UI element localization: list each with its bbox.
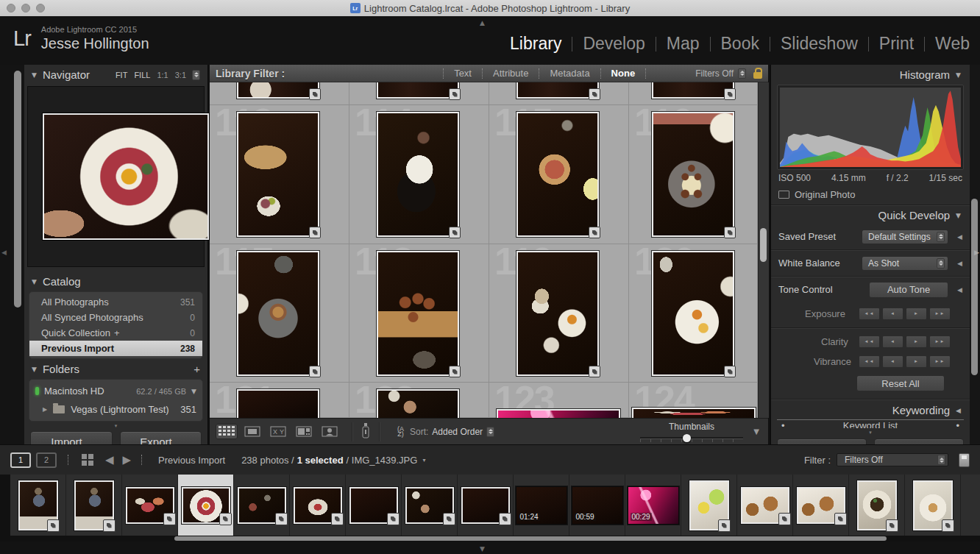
exposure-large-decrease-button[interactable]: ◄◄: [859, 308, 880, 320]
second-window-button[interactable]: 2: [36, 452, 57, 468]
close-window-button[interactable]: [7, 4, 15, 13]
catalog-quick-collection[interactable]: Quick Collection + 0: [29, 325, 202, 341]
catalog-previous-import[interactable]: Previous Import 238: [29, 341, 202, 356]
vibrance-large-decrease-button[interactable]: ◄◄: [859, 355, 880, 368]
grid-cell-120[interactable]: 120: [629, 244, 758, 383]
clarity-decrease-button[interactable]: ◄: [882, 335, 903, 348]
vibrance-decrease-button[interactable]: ◄: [882, 355, 903, 368]
filmstrip-thumb[interactable]: [346, 475, 402, 536]
filter-tab-attribute[interactable]: Attribute: [493, 68, 528, 79]
grid-cell-117[interactable]: 117: [210, 244, 349, 383]
navigator-preview[interactable]: [27, 86, 205, 267]
collapse-left-panel-arrow[interactable]: ◀: [1, 249, 7, 256]
exposure-large-increase-button[interactable]: ►►: [929, 308, 951, 320]
metadata-badge-icon[interactable]: [886, 519, 898, 532]
metadata-badge-icon[interactable]: [499, 513, 511, 525]
zoom-fit-button[interactable]: FIT: [116, 71, 128, 79]
filmstrip-thumb-video[interactable]: 00:59: [569, 475, 625, 536]
filmstrip-thumb[interactable]: [793, 475, 849, 536]
exposure-increase-button[interactable]: ►: [906, 308, 927, 320]
filmstrip-thumb[interactable]: [290, 475, 346, 536]
saved-preset-dropdown[interactable]: Default Settings: [862, 230, 948, 244]
filmstrip-scrollbar-thumb[interactable]: [174, 536, 887, 541]
folders-header[interactable]: ▼ Folders +: [24, 359, 207, 379]
sort-spinner[interactable]: [486, 427, 494, 437]
dropdown-spinner[interactable]: [937, 455, 945, 465]
metadata-badge-icon[interactable]: [724, 227, 736, 238]
filmstrip-thumb[interactable]: [10, 475, 66, 536]
zoom-window-button[interactable]: [36, 4, 45, 13]
module-library[interactable]: Library: [510, 34, 561, 54]
filter-tab-metadata[interactable]: Metadata: [550, 68, 589, 79]
keywording-header[interactable]: Keywording ◀: [771, 401, 970, 419]
filmstrip-filter-switch-icon[interactable]: [959, 453, 970, 467]
filter-preset-spinner[interactable]: [738, 68, 746, 79]
grid-cell-114[interactable]: 114: [349, 105, 489, 244]
module-develop[interactable]: Develop: [583, 34, 645, 54]
filmstrip-thumb-selected[interactable]: [178, 475, 234, 536]
zoom-3-1-button[interactable]: 3:1: [175, 71, 186, 79]
slider-knob[interactable]: [683, 434, 691, 442]
next-photo-arrow[interactable]: ▶: [123, 453, 132, 466]
toolbar-options-dropdown-icon[interactable]: ▼: [753, 427, 759, 436]
clarity-large-increase-button[interactable]: ►►: [929, 335, 951, 348]
metadata-badge-icon[interactable]: [724, 88, 736, 100]
reset-all-button[interactable]: Reset All: [856, 375, 945, 391]
quick-develop-header[interactable]: Quick Develop ▼: [771, 205, 970, 225]
metadata-badge-icon[interactable]: [724, 366, 736, 377]
module-map[interactable]: Map: [667, 34, 700, 54]
collapse-top-panel-arrow[interactable]: ▲: [480, 19, 485, 26]
go-to-grid-icon[interactable]: [82, 454, 93, 466]
metadata-badge-icon[interactable]: [387, 513, 400, 525]
main-window-button[interactable]: 1: [10, 452, 31, 468]
metadata-badge-icon[interactable]: [449, 227, 461, 238]
clarity-large-decrease-button[interactable]: ◄◄: [859, 335, 880, 348]
volume-disclosure-icon[interactable]: ▼: [191, 388, 196, 395]
grid-scrollbar-thumb[interactable]: [760, 228, 767, 262]
filter-preset-value[interactable]: Filters Off: [695, 68, 734, 79]
collapse-bottom-panel-arrow[interactable]: ▼: [480, 545, 485, 553]
thumbnail-size-slider[interactable]: [640, 433, 743, 442]
grid-cell-122[interactable]: 122: [349, 383, 489, 418]
zoom-fill-button[interactable]: FILL: [134, 71, 150, 79]
filmstrip-source-label[interactable]: Previous Import: [158, 455, 225, 466]
metadata-badge-icon[interactable]: [47, 519, 60, 532]
filmstrip-thumb[interactable]: [458, 475, 514, 536]
grid-cell-119[interactable]: 119: [489, 244, 629, 383]
module-print[interactable]: Print: [879, 34, 914, 54]
metadata-badge-icon[interactable]: [449, 88, 461, 100]
filter-tab-none[interactable]: None: [611, 68, 636, 79]
vibrance-large-increase-button[interactable]: ►►: [929, 355, 951, 368]
zoom-1-1-button[interactable]: 1:1: [157, 71, 168, 79]
filmstrip-thumb[interactable]: [234, 475, 290, 536]
filmstrip-scrollbar-track[interactable]: [10, 536, 980, 541]
minimize-window-button[interactable]: [21, 4, 30, 13]
auto-tone-button[interactable]: Auto Tone: [869, 282, 948, 298]
filmstrip-status[interactable]: 238 photos / 1 selected / IMG_1439.JPG ▾: [241, 455, 425, 466]
metadata-badge-icon[interactable]: [718, 519, 731, 532]
metadata-badge-icon[interactable]: [103, 519, 116, 532]
filmstrip-thumb[interactable]: [905, 475, 961, 536]
metadata-badge-icon[interactable]: [443, 513, 455, 525]
grid-cell-115[interactable]: 115: [489, 105, 629, 244]
left-panel-scrollbar[interactable]: [14, 71, 21, 308]
module-book[interactable]: Book: [721, 34, 759, 54]
metadata-badge-icon[interactable]: [163, 513, 176, 525]
exposure-decrease-button[interactable]: ◄: [882, 308, 903, 320]
metadata-badge-icon[interactable]: [778, 513, 791, 525]
metadata-badge-icon[interactable]: [309, 366, 321, 377]
dropdown-spinner[interactable]: [937, 232, 945, 242]
filmstrip-thumb[interactable]: [122, 475, 178, 536]
sort-value[interactable]: Added Order: [432, 427, 483, 437]
folder-vegas[interactable]: ▶ Vegas (Lightroom Test) 351: [29, 400, 202, 419]
metadata-badge-icon[interactable]: [219, 513, 232, 525]
expand-section-arrow[interactable]: ◀: [957, 233, 962, 241]
expand-section-arrow[interactable]: ◀: [957, 260, 962, 267]
vibrance-increase-button[interactable]: ►: [906, 355, 927, 368]
grid-scrollbar-track[interactable]: [758, 82, 769, 418]
grid-cell-121[interactable]: 121: [210, 383, 349, 418]
grid-cell-118[interactable]: 118: [349, 244, 489, 383]
volume-macintosh-hd[interactable]: Macintosh HD 62.2 / 465 GB ▼: [29, 382, 202, 400]
metadata-badge-icon[interactable]: [942, 519, 954, 532]
add-folder-button[interactable]: +: [193, 363, 200, 375]
